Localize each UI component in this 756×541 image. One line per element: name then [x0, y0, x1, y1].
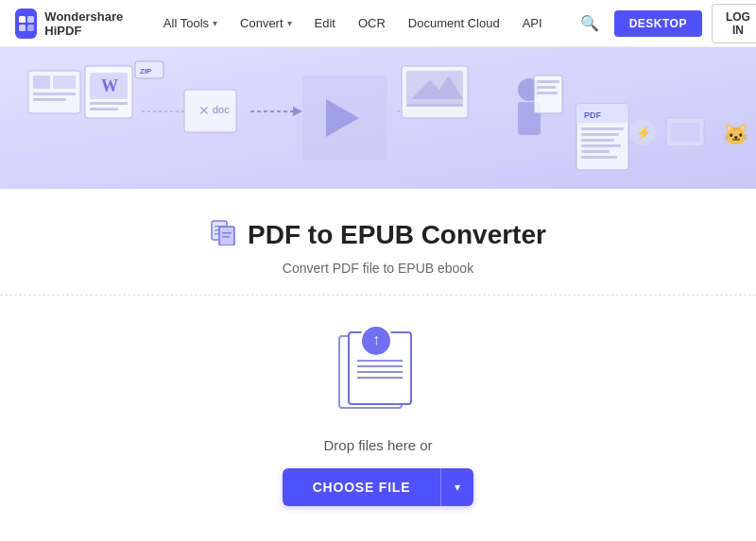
svg-rect-3 [27, 25, 34, 31]
page-subtitle: Convert PDF file to EPUB ebook [283, 261, 473, 276]
svg-rect-31 [537, 80, 559, 83]
search-button[interactable]: 🔍 [575, 8, 605, 38]
hero-banner: W ZIP ✕ doc PDF [0, 47, 756, 189]
svg-text:PDF: PDF [584, 110, 602, 120]
upload-illustration: ↑ [331, 324, 425, 418]
drop-text: Drop files here or [323, 437, 432, 453]
upload-circle: ↑ [359, 324, 393, 358]
navbar: Wondershare HiPDF All Tools ▾ Convert ▾ … [0, 0, 756, 47]
svg-rect-13 [90, 102, 128, 105]
nav-document-cloud[interactable]: Document Cloud [399, 10, 509, 36]
svg-rect-0 [19, 16, 26, 23]
svg-rect-1 [27, 16, 34, 23]
svg-rect-8 [33, 93, 76, 95]
drop-zone[interactable]: ↑ Drop files here or CHOOSE FILE ▾ [0, 314, 756, 534]
nav-api[interactable]: API [513, 10, 552, 36]
svg-rect-38 [581, 133, 619, 136]
svg-rect-42 [581, 156, 617, 159]
svg-point-50 [435, 146, 454, 165]
svg-rect-9 [33, 98, 66, 101]
svg-text:⚡: ⚡ [636, 125, 652, 141]
nav-ocr[interactable]: OCR [349, 10, 395, 36]
search-icon: 🔍 [580, 15, 599, 31]
document-stack: ↑ [331, 324, 425, 418]
svg-rect-14 [90, 108, 118, 110]
svg-rect-41 [581, 150, 610, 153]
svg-rect-37 [581, 127, 624, 130]
svg-text:✕: ✕ [198, 103, 210, 118]
svg-rect-27 [406, 104, 463, 107]
login-button[interactable]: LOG IN [712, 4, 756, 43]
svg-text:W: W [101, 76, 118, 95]
logo-text: Wondershare HiPDF [44, 9, 131, 38]
chevron-down-icon: ▾ [455, 481, 460, 494]
nav-links: All Tools ▾ Convert ▾ Edit OCR Document … [154, 10, 552, 36]
svg-rect-2 [19, 25, 26, 31]
svg-rect-40 [581, 144, 621, 147]
page-title: PDF to EPUB Converter [210, 219, 546, 251]
svg-rect-39 [581, 139, 614, 142]
logo[interactable]: Wondershare HiPDF [15, 8, 131, 39]
svg-text:doc: doc [213, 104, 230, 115]
all-tools-chevron-icon: ▾ [213, 18, 217, 28]
choose-file-dropdown-button[interactable]: ▾ [440, 468, 473, 506]
svg-rect-57 [222, 236, 230, 238]
desktop-button[interactable]: DESKTOP [614, 10, 702, 37]
nav-convert[interactable]: Convert ▾ [231, 10, 301, 36]
page-content: PDF to EPUB Converter Convert PDF file t… [0, 189, 756, 534]
svg-text:🐱: 🐱 [723, 122, 749, 147]
svg-rect-32 [537, 86, 556, 89]
convert-chevron-icon: ▾ [287, 18, 292, 28]
upload-arrow-icon: ↑ [372, 332, 380, 347]
svg-text:ZIP: ZIP [140, 67, 152, 76]
converter-icon [210, 219, 236, 251]
svg-rect-56 [222, 232, 232, 234]
svg-rect-6 [33, 76, 50, 89]
nav-right: 🔍 DESKTOP LOG IN [575, 4, 756, 43]
choose-file-container: CHOOSE FILE ▾ [283, 468, 474, 506]
logo-icon [15, 8, 37, 39]
svg-rect-7 [53, 76, 76, 89]
section-divider [0, 295, 756, 296]
svg-rect-33 [537, 92, 558, 94]
hero-illustration: W ZIP ✕ doc PDF [0, 47, 756, 189]
choose-file-button[interactable]: CHOOSE FILE [283, 468, 441, 506]
nav-edit[interactable]: Edit [305, 10, 345, 36]
nav-all-tools[interactable]: All Tools ▾ [154, 10, 227, 36]
svg-rect-46 [671, 123, 699, 142]
